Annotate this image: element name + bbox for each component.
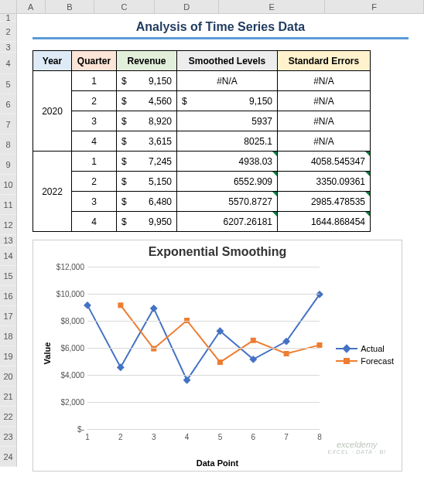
col-header-B[interactable]: B xyxy=(46,0,94,13)
cell-revenue[interactable]: $3,615 xyxy=(117,131,177,152)
gridline xyxy=(87,429,320,430)
chart-legend: ActualForecast xyxy=(336,341,394,369)
cell-error[interactable]: #N/A xyxy=(278,71,371,91)
header-smoothed[interactable]: Smoothed Levels xyxy=(177,51,278,71)
cell-smoothed[interactable]: 8025.1 xyxy=(177,131,278,152)
cell-quarter[interactable]: 1 xyxy=(72,71,117,91)
row-header-24[interactable]: 24 xyxy=(0,447,17,467)
select-all-corner[interactable] xyxy=(0,0,17,13)
row-header-23[interactable]: 23 xyxy=(0,427,17,447)
table-row[interactable]: 3$6,4805570.87272985.478535 xyxy=(33,192,371,212)
y-tick-label: $- xyxy=(47,425,84,434)
row-header-11[interactable]: 11 xyxy=(0,195,17,215)
row-header-20[interactable]: 20 xyxy=(0,366,17,387)
sheet-content: Analysis of Time Series Data Year Quarte… xyxy=(17,14,424,472)
chart-container[interactable]: Exponential Smoothing Value Data Point $… xyxy=(32,240,402,472)
cell-smoothed[interactable]: 5570.8727 xyxy=(177,192,278,212)
cell-smoothed[interactable]: 6207.26181 xyxy=(177,212,278,232)
data-table[interactable]: Year Quarter Revenue Smoothed Levels Sta… xyxy=(32,50,371,232)
cell-error[interactable]: 2985.478535 xyxy=(278,192,371,212)
legend-item-actual[interactable]: Actual xyxy=(336,344,394,353)
row-header-13[interactable]: 13 xyxy=(0,235,17,246)
cell-smoothed[interactable]: 5937 xyxy=(177,111,278,131)
header-errors[interactable]: Standard Errors xyxy=(278,51,371,71)
row-header-22[interactable]: 22 xyxy=(0,407,17,427)
cell-smoothed[interactable]: #N/A xyxy=(177,71,278,91)
cell-year[interactable]: 2020 xyxy=(33,71,72,152)
row-header-7[interactable]: 7 xyxy=(0,114,17,135)
marker-actual xyxy=(117,363,125,371)
table-row[interactable]: 2$4,560$9,150#N/A xyxy=(33,91,371,111)
cell-smoothed[interactable]: 4938.03 xyxy=(177,152,278,172)
row-header-2[interactable]: 2 xyxy=(0,22,17,42)
col-header-C[interactable]: C xyxy=(94,0,156,13)
cell-quarter[interactable]: 3 xyxy=(72,111,117,131)
cell-error[interactable]: 1644.868454 xyxy=(278,212,371,232)
cell-error[interactable]: #N/A xyxy=(278,131,371,152)
gridline xyxy=(87,402,320,403)
cell-error[interactable]: 3350.09361 xyxy=(278,172,371,192)
cell-revenue[interactable]: $7,245 xyxy=(117,152,177,172)
row-header-8[interactable]: 8 xyxy=(0,135,17,155)
cell-quarter[interactable]: 2 xyxy=(72,172,117,192)
cell-quarter[interactable]: 2 xyxy=(72,91,117,111)
header-year[interactable]: Year xyxy=(33,51,72,71)
table-row[interactable]: 20201$9,150#N/A#N/A xyxy=(33,71,371,91)
row-header-17[interactable]: 17 xyxy=(0,306,17,326)
cell-revenue[interactable]: $5,150 xyxy=(117,172,177,192)
legend-item-forecast[interactable]: Forecast xyxy=(336,356,394,366)
table-row[interactable]: 3$8,9205937#N/A xyxy=(33,111,371,131)
y-tick-label: $10,000 xyxy=(47,290,84,298)
y-tick-label: $8,000 xyxy=(47,317,84,325)
marker-forecast xyxy=(251,338,256,343)
row-header-4[interactable]: 4 xyxy=(0,53,17,74)
cell-revenue[interactable]: $9,150 xyxy=(117,71,177,91)
row-header-19[interactable]: 19 xyxy=(0,346,17,366)
table-row[interactable]: 4$9,9506207.261811644.868454 xyxy=(33,212,371,232)
chart-title: Exponential Smoothing xyxy=(38,245,397,259)
marker-forecast xyxy=(151,346,156,352)
cell-smoothed[interactable]: 6552.909 xyxy=(177,172,278,192)
col-header-E[interactable]: E xyxy=(219,0,325,13)
col-header-F[interactable]: F xyxy=(325,0,424,13)
y-tick-label: $4,000 xyxy=(47,371,84,380)
row-header-5[interactable]: 5 xyxy=(0,74,17,94)
row-header-12[interactable]: 12 xyxy=(0,215,17,235)
row-header-6[interactable]: 6 xyxy=(0,94,17,114)
table-row[interactable]: 20221$7,2454938.034058.545347 xyxy=(33,152,371,172)
row-header-18[interactable]: 18 xyxy=(0,326,17,346)
marker-actual xyxy=(150,305,158,312)
cell-quarter[interactable]: 4 xyxy=(72,212,117,232)
cell-revenue[interactable]: $8,920 xyxy=(117,111,177,131)
cell-quarter[interactable]: 4 xyxy=(72,131,117,152)
col-header-A[interactable]: A xyxy=(17,0,46,13)
cell-revenue[interactable]: $6,480 xyxy=(117,192,177,212)
cell-quarter[interactable]: 1 xyxy=(72,152,117,172)
header-revenue[interactable]: Revenue xyxy=(117,51,177,71)
row-header-15[interactable]: 15 xyxy=(0,266,17,286)
header-quarter[interactable]: Quarter xyxy=(72,51,117,71)
x-tick-label: 3 xyxy=(146,433,162,441)
row-header-10[interactable]: 10 xyxy=(0,175,17,195)
cell-year[interactable]: 2022 xyxy=(33,152,72,232)
table-row[interactable]: 2$5,1506552.9093350.09361 xyxy=(33,172,371,192)
gridline xyxy=(87,321,320,322)
cell-revenue[interactable]: $4,560 xyxy=(117,91,177,111)
cell-error[interactable]: 4058.545347 xyxy=(278,152,371,172)
cell-smoothed[interactable]: $9,150 xyxy=(177,91,278,111)
cell-error[interactable]: #N/A xyxy=(278,111,371,131)
diamond-marker-icon xyxy=(336,348,357,349)
cell-error[interactable]: #N/A xyxy=(278,91,371,111)
col-header-D[interactable]: D xyxy=(155,0,219,13)
row-header-16[interactable]: 16 xyxy=(0,286,17,306)
row-header-9[interactable]: 9 xyxy=(0,155,17,175)
cell-revenue[interactable]: $9,950 xyxy=(117,212,177,232)
row-header-14[interactable]: 14 xyxy=(0,246,17,266)
watermark-title: exceldemy xyxy=(328,440,386,449)
marker-forecast xyxy=(118,302,123,308)
cell-quarter[interactable]: 3 xyxy=(72,192,117,212)
table-row[interactable]: 4$3,6158025.1#N/A xyxy=(33,131,371,152)
row-header-1[interactable]: 1 xyxy=(0,14,17,22)
row-header-21[interactable]: 21 xyxy=(0,387,17,407)
row-header-3[interactable]: 3 xyxy=(0,42,17,53)
